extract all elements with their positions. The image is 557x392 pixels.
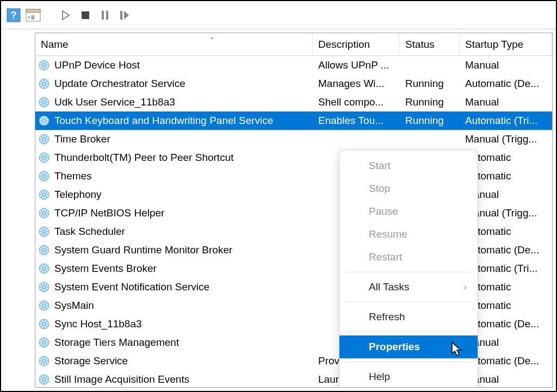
menu-item-properties[interactable]: Properties: [339, 335, 478, 358]
menu-item-pause: Pause: [339, 200, 478, 223]
menu-separator: [346, 272, 471, 272]
svg-text:?: ?: [11, 10, 17, 21]
service-status: Running: [400, 96, 460, 108]
table-row[interactable]: Udk User Service_11b8a3Shell compo...Run…: [35, 93, 552, 111]
table-row[interactable]: Update Orchestrator ServiceManages Wi...…: [35, 74, 552, 93]
service-name: Udk User Service_11b8a3: [53, 96, 177, 109]
service-description: Manages Wi...: [313, 78, 400, 90]
col-status-header[interactable]: Status: [400, 33, 460, 55]
service-name: Task Scheduler: [53, 225, 127, 238]
service-name: Still Image Acquisition Events: [53, 373, 191, 386]
context-menu: StartStopPauseResumeRestartAll Tasks›Ref…: [339, 150, 478, 388]
service-name: Sync Host_11b8a3: [53, 318, 144, 331]
step-icon[interactable]: [116, 7, 133, 23]
service-name: UPnP Device Host: [53, 59, 141, 72]
service-status: Running: [400, 78, 460, 90]
svg-marker-12: [124, 11, 129, 20]
service-description: Enables Tou...: [313, 115, 400, 127]
table-row[interactable]: UPnP Device HostAllows UPnP ...Manual: [35, 56, 552, 74]
toolbar: ?: [1, 1, 556, 29]
svg-rect-5: [32, 15, 33, 20]
service-name: System Event Notification Service: [53, 281, 211, 294]
col-name-header[interactable]: Name: [35, 33, 313, 55]
sort-indicator-icon: ⌄: [209, 33, 215, 41]
table-row[interactable]: Time BrokerManual (Trigg...: [35, 130, 552, 148]
service-name: Storage Service: [53, 354, 129, 368]
menu-item-resume: Resume: [339, 223, 478, 246]
menu-item-restart: Restart: [339, 246, 478, 269]
stop-icon[interactable]: [77, 7, 94, 23]
service-name: System Events Broker: [53, 262, 158, 275]
service-name: Storage Tiers Management: [53, 336, 181, 349]
service-startup: Manual: [460, 96, 552, 108]
service-name: SysMain: [53, 299, 96, 312]
svg-rect-9: [102, 11, 104, 20]
left-panel: [1, 29, 35, 391]
menu-item-all-tasks[interactable]: All Tasks›: [339, 276, 478, 298]
svg-marker-7: [63, 11, 69, 20]
service-name: Touch Keyboard and Handwriting Panel Ser…: [53, 114, 275, 127]
svg-rect-3: [26, 9, 40, 13]
menu-item-refresh[interactable]: Refresh: [339, 306, 478, 328]
services-list-panel: ⌄ Name Description Status Startup Type U…: [35, 33, 553, 388]
col-description-header[interactable]: Description: [313, 33, 400, 55]
pause-icon[interactable]: [97, 7, 113, 23]
service-startup: Automatic (Tri...: [460, 115, 552, 127]
menu-separator: [346, 302, 471, 302]
service-name: Themes: [53, 170, 94, 183]
service-startup: Manual: [460, 59, 552, 71]
play-icon[interactable]: [58, 7, 74, 23]
service-name: Telephony: [53, 188, 103, 201]
service-name: Time Broker: [53, 133, 112, 146]
svg-rect-10: [106, 11, 108, 20]
service-startup: Automatic (De...: [460, 78, 552, 90]
service-name: Update Orchestrator Service: [53, 77, 187, 90]
service-status: Running: [400, 115, 460, 127]
svg-rect-8: [82, 11, 89, 19]
service-name: TCP/IP NetBIOS Helper: [53, 207, 166, 220]
menu-separator: [346, 362, 471, 362]
menu-separator: [346, 332, 471, 332]
service-name: Thunderbolt(TM) Peer to Peer Shortcut: [53, 151, 235, 164]
menu-item-stop: Stop: [339, 177, 478, 200]
menu-item-start: Start: [339, 154, 478, 177]
service-description: Shell compo...: [313, 96, 400, 108]
table-row[interactable]: Touch Keyboard and Handwriting Panel Ser…: [35, 111, 552, 130]
help-icon[interactable]: ?: [5, 7, 22, 23]
menu-item-help[interactable]: Help: [339, 365, 478, 388]
svg-rect-11: [120, 11, 122, 20]
svg-rect-6: [33, 15, 34, 20]
service-description: Allows UPnP ...: [313, 59, 400, 71]
service-name: System Guard Runtime Monitor Broker: [53, 244, 234, 257]
service-startup: Manual (Trigg...: [460, 133, 552, 145]
media-console-icon[interactable]: [25, 7, 41, 23]
column-headers: Name Description Status Startup Type: [35, 33, 552, 56]
col-startup-header[interactable]: Startup Type: [460, 33, 552, 55]
chevron-right-icon: ›: [464, 283, 467, 291]
